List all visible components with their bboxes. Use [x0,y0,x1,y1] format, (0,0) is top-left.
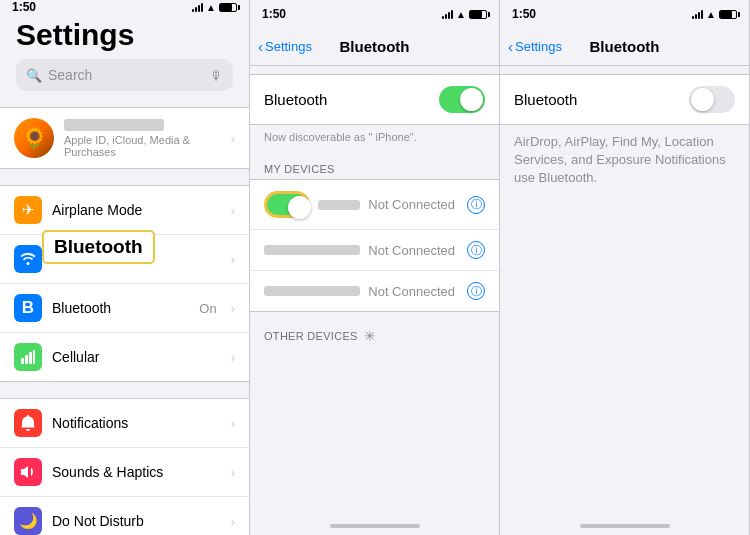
airplane-icon: ✈ [14,196,42,224]
settings-item-airplane[interactable]: ✈ Airplane Mode › [0,186,249,235]
device-info-btn-2[interactable]: ⓘ [467,241,485,259]
search-placeholder: Search [48,67,204,83]
svg-rect-0 [21,358,24,364]
sounds-label: Sounds & Haptics [52,464,221,480]
signal-icon-2 [442,9,453,19]
wifi-chevron: › [231,252,235,267]
sounds-icon [14,458,42,486]
settings-header: Settings 🔍 Search 🎙 [0,14,249,99]
time-2: 1:50 [262,7,286,21]
airplane-label: Airplane Mode [52,202,221,218]
svg-rect-2 [29,352,32,364]
connectivity-group: ✈ Airplane Mode › Wi-Fi › B Bluetooth On… [0,185,249,382]
wifi-setting-icon [14,245,42,273]
bluetooth-off-note: AirDrop, AirPlay, Find My, Location Serv… [500,125,749,200]
time-1: 1:50 [12,0,36,14]
bluetooth-off-toggle-row[interactable]: Bluetooth [500,74,749,125]
wifi-icon-3: ▲ [706,9,716,20]
bluetooth-discoverable-note: Now discoverable as " iPhone". [250,125,499,151]
device-toggle-1[interactable] [264,191,310,218]
status-icons-2: ▲ [442,9,487,20]
bluetooth-icon: B [14,294,42,322]
battery-icon-3 [719,10,737,19]
my-devices-list: Not Connected ⓘ Not Connected ⓘ Not Conn… [250,179,499,312]
notifications-label: Notifications [52,415,221,431]
airplane-chevron: › [231,203,235,218]
bluetooth-off-nav: ‹ Settings Bluetooth [500,28,749,66]
my-devices-header: MY DEVICES [250,151,499,179]
toggle-thumb-off [691,88,714,111]
bluetooth-nav: ‹ Settings Bluetooth [250,28,499,66]
search-bar[interactable]: 🔍 Search 🎙 [16,59,233,91]
settings-panel: 1:50 ▲ Settings 🔍 Search 🎙 🌻 Apple [0,0,250,535]
settings-item-dnd[interactable]: 🌙 Do Not Disturb › [0,497,249,535]
svg-rect-1 [25,355,28,364]
device-name-blur-2 [264,245,360,255]
status-bar-2: 1:50 ▲ [250,0,499,28]
other-devices-label: OTHER DEVICES [264,330,358,342]
wifi-icon-2: ▲ [456,9,466,20]
device-status-1: Not Connected [368,197,455,212]
account-name-blur [64,119,164,131]
device-item-3[interactable]: Not Connected ⓘ [250,271,499,311]
dnd-label: Do Not Disturb [52,513,221,529]
settings-item-notifications[interactable]: Notifications › [0,399,249,448]
settings-item-bluetooth[interactable]: B Bluetooth On › [0,284,249,333]
device-status-2: Not Connected [368,243,455,258]
back-button-3[interactable]: ‹ Settings [508,38,562,55]
account-sub: Apple ID, iCloud, Media & Purchases [64,134,221,158]
cellular-chevron: › [231,350,235,365]
notifications-icon [14,409,42,437]
bluetooth-off-nav-title: Bluetooth [590,38,660,55]
settings-item-sounds[interactable]: Sounds & Haptics › [0,448,249,497]
cellular-icon [14,343,42,371]
settings-item-wifi[interactable]: Wi-Fi › [0,235,249,284]
signal-icon [192,2,203,12]
bluetooth-off-content: Bluetooth AirDrop, AirPlay, Find My, Loc… [500,66,749,517]
account-row[interactable]: 🌻 Apple ID, iCloud, Media & Purchases › [0,107,249,169]
sounds-chevron: › [231,465,235,480]
device-item-1[interactable]: Not Connected ⓘ [250,180,499,230]
cellular-label: Cellular [52,349,221,365]
wifi-label: Wi-Fi [52,251,207,267]
back-chevron-icon: ‹ [258,38,263,55]
device-item-2[interactable]: Not Connected ⓘ [250,230,499,271]
loading-icon: ✳ [364,328,376,344]
bluetooth-on-panel: 1:50 ▲ ‹ Settings Bluetooth Bluetooth [250,0,500,535]
my-devices-label: MY DEVICES [264,163,335,175]
wifi-icon: ▲ [206,2,216,13]
bluetooth-toggle-on[interactable] [439,86,485,113]
toggle-thumb [460,88,483,111]
settings-title: Settings [16,18,233,51]
account-chevron-icon: › [231,131,235,146]
battery-icon-2 [469,10,487,19]
home-indicator-3 [500,517,749,535]
bluetooth-chevron: › [231,301,235,316]
notifications-chevron: › [231,416,235,431]
back-label-3: Settings [515,39,562,54]
status-icons-3: ▲ [692,9,737,20]
back-label: Settings [265,39,312,54]
back-chevron-icon-3: ‹ [508,38,513,55]
bluetooth-label: Bluetooth [52,300,189,316]
status-bar-3: 1:50 ▲ [500,0,749,28]
settings-item-cellular[interactable]: Cellular › [0,333,249,381]
bluetooth-toggle-off[interactable] [689,86,735,113]
bluetooth-toggle-row[interactable]: Bluetooth [250,74,499,125]
time-3: 1:50 [512,7,536,21]
bluetooth-nav-title: Bluetooth [340,38,410,55]
dnd-chevron: › [231,514,235,529]
device-info-btn-1[interactable]: ⓘ [467,196,485,214]
status-bar-1: 1:50 ▲ [0,0,249,14]
device-info-btn-3[interactable]: ⓘ [467,282,485,300]
signal-icon-3 [692,9,703,19]
bluetooth-row-label: Bluetooth [264,91,431,108]
back-button[interactable]: ‹ Settings [258,38,312,55]
search-icon: 🔍 [26,68,42,83]
other-devices-header: OTHER DEVICES ✳ [250,316,499,348]
svg-rect-3 [33,350,35,364]
bluetooth-value: On [199,301,216,316]
avatar: 🌻 [14,118,54,158]
notifications-group: Notifications › Sounds & Haptics › 🌙 Do … [0,398,249,535]
battery-icon [219,3,237,12]
